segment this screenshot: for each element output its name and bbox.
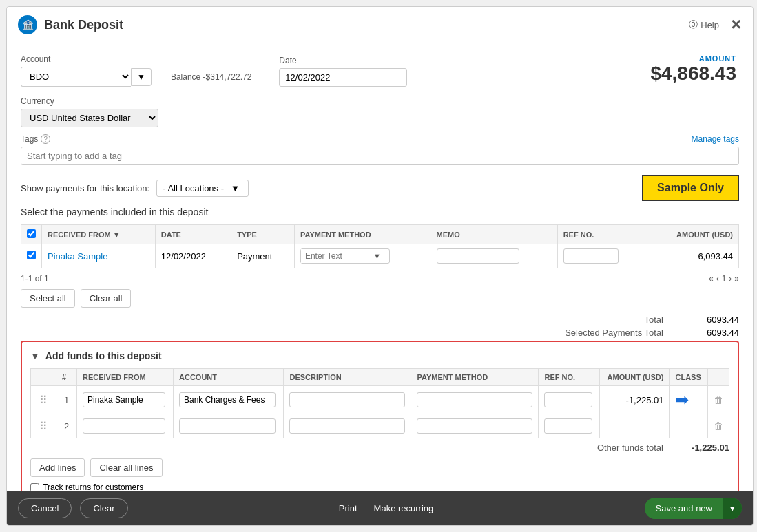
funds-row1-received-from-input[interactable] bbox=[83, 392, 165, 407]
payment-method-dropdown-icon[interactable]: ▼ bbox=[370, 250, 384, 262]
currency-select-wrapper: USD United States Dollar bbox=[21, 109, 739, 127]
currency-select[interactable]: USD United States Dollar bbox=[21, 109, 158, 127]
pagination-row: 1-1 of 1 « ‹ 1 › » bbox=[21, 274, 739, 284]
funds-row2-delete-btn[interactable]: 🗑 bbox=[714, 421, 723, 432]
date-input[interactable] bbox=[279, 68, 407, 87]
location-select[interactable]: - All Locations - ▼ bbox=[156, 180, 249, 197]
funds-row2-description bbox=[284, 414, 411, 438]
make-recurring-button[interactable]: Make recurring bbox=[374, 503, 434, 513]
track-returns-checkbox[interactable] bbox=[30, 483, 39, 491]
pagination-page: 1 bbox=[722, 274, 727, 284]
funds-row1-received-from bbox=[77, 386, 174, 414]
total-value: 6093.44 bbox=[684, 315, 739, 325]
footer-middle: Print Make recurring bbox=[136, 503, 636, 513]
payments-row-checkbox[interactable] bbox=[27, 251, 36, 259]
other-funds-total: Other funds total -1,225.01 bbox=[597, 443, 729, 453]
add-funds-section: ▼ Add funds to this deposit # RECEIVED F… bbox=[21, 341, 739, 491]
selected-total-value: 6093.44 bbox=[684, 328, 739, 338]
drag-handle-icon[interactable]: ⠿ bbox=[37, 421, 50, 432]
memo-input[interactable] bbox=[437, 248, 519, 264]
funds-row2-received-from-input[interactable] bbox=[83, 418, 165, 434]
account-select[interactable]: BDO bbox=[21, 67, 131, 87]
tags-input[interactable] bbox=[21, 147, 739, 165]
tags-text: Tags bbox=[21, 134, 38, 144]
tags-info-icon[interactable]: ? bbox=[41, 134, 50, 144]
track-returns-row: Track returns for customers bbox=[30, 482, 729, 491]
payments-th-ref-no: REF NO. bbox=[557, 225, 647, 244]
funds-th-num: # bbox=[56, 369, 77, 386]
location-row: Show payments for this location: - All L… bbox=[21, 175, 739, 201]
pagination-prev[interactable]: ‹ bbox=[716, 274, 719, 284]
add-lines-row: Add lines Clear all lines bbox=[30, 458, 729, 477]
save-and-new-button[interactable]: Save and new bbox=[645, 498, 723, 519]
funds-row2-description-input[interactable] bbox=[289, 418, 405, 434]
blue-arrow-icon: ➡ bbox=[675, 390, 689, 409]
funds-row2-ref-no bbox=[539, 414, 600, 438]
clear-all-lines-button[interactable]: Clear all lines bbox=[90, 458, 162, 477]
funds-row1-description bbox=[284, 386, 411, 414]
funds-row2-payment-method-input[interactable] bbox=[417, 418, 532, 434]
funds-row1-delete-btn[interactable]: 🗑 bbox=[714, 394, 723, 405]
payments-th-received-from: RECEIVED FROM ▼ bbox=[42, 225, 156, 244]
funds-row2-drag: ⠿ bbox=[31, 414, 56, 438]
help-button[interactable]: ⓪ Help bbox=[689, 19, 719, 31]
payments-title: Select the payments included in this dep… bbox=[21, 206, 739, 217]
funds-row1-ref-no-input[interactable] bbox=[544, 392, 592, 407]
funds-th-description: DESCRIPTION bbox=[284, 369, 411, 386]
funds-row1-account-input[interactable] bbox=[179, 392, 276, 407]
funds-row2-delete: 🗑 bbox=[708, 414, 729, 438]
funds-row1-account bbox=[174, 386, 284, 414]
pagination-last[interactable]: » bbox=[734, 274, 739, 284]
modal-body: AMOUNT $4,868.43 Account BDO ▼ Balance -… bbox=[7, 43, 753, 491]
table-row: ⠿ 1 bbox=[31, 386, 729, 414]
clear-button[interactable]: Clear bbox=[80, 498, 127, 518]
clear-all-button[interactable]: Clear all bbox=[81, 289, 132, 308]
modal-footer: Cancel Clear Print Make recurring Save a… bbox=[7, 491, 753, 525]
location-dropdown-icon: ▼ bbox=[231, 183, 240, 193]
other-funds-total-row: Other funds total -1,225.01 bbox=[30, 443, 729, 453]
selected-total-row: Selected Payments Total 6093.44 bbox=[21, 328, 739, 338]
funds-th-drag bbox=[31, 369, 56, 386]
account-label: Account bbox=[21, 54, 152, 64]
add-lines-button[interactable]: Add lines bbox=[30, 458, 85, 477]
drag-handle-icon[interactable]: ⠿ bbox=[37, 394, 50, 406]
funds-row1-payment-method-input[interactable] bbox=[417, 392, 532, 407]
ref-input[interactable] bbox=[563, 248, 619, 264]
currency-label: Currency bbox=[21, 96, 739, 106]
payments-table-header: RECEIVED FROM ▼ DATE TYPE PAYMENT METHOD… bbox=[21, 225, 739, 244]
funds-row2-account-input[interactable] bbox=[179, 418, 276, 434]
cancel-button[interactable]: Cancel bbox=[18, 498, 72, 518]
manage-tags-link[interactable]: Manage tags bbox=[692, 134, 739, 144]
table-row: Pinaka Sample 12/02/2022 Payment ▼ bbox=[21, 244, 739, 268]
payments-row-received-from-link[interactable]: Pinaka Sample bbox=[48, 251, 107, 262]
funds-row2-payment-method bbox=[411, 414, 539, 438]
funds-row2-class bbox=[670, 414, 708, 438]
select-clear-row: Select all Clear all bbox=[21, 289, 739, 308]
payments-row-ref-no bbox=[557, 244, 647, 268]
help-circle-icon: ⓪ bbox=[689, 19, 698, 31]
funds-table: # RECEIVED FROM ACCOUNT DESCRIPTION PAYM… bbox=[30, 368, 729, 438]
payments-th-type: TYPE bbox=[231, 225, 295, 244]
add-funds-collapse-icon[interactable]: ▼ bbox=[30, 350, 40, 361]
close-button[interactable]: ✕ bbox=[730, 17, 742, 33]
save-dropdown-button[interactable]: ▾ bbox=[723, 498, 742, 519]
print-button[interactable]: Print bbox=[339, 503, 357, 513]
funds-row1-class: ➡ bbox=[670, 386, 708, 414]
other-funds-label: Other funds total bbox=[597, 443, 663, 453]
funds-row1-description-input[interactable] bbox=[289, 392, 405, 407]
payments-select-all-checkbox[interactable] bbox=[27, 229, 36, 238]
select-all-button[interactable]: Select all bbox=[21, 289, 75, 308]
payments-table: RECEIVED FROM ▼ DATE TYPE PAYMENT METHOD… bbox=[21, 224, 739, 268]
date-group: Date bbox=[279, 56, 407, 87]
funds-row2-account bbox=[174, 414, 284, 438]
pagination-first[interactable]: « bbox=[709, 274, 714, 284]
account-select-wrapper: BDO ▼ bbox=[21, 67, 152, 87]
funds-row2-ref-no-input[interactable] bbox=[544, 418, 592, 434]
funds-row1-amount: -1,225.01 bbox=[600, 386, 670, 414]
account-dropdown-btn[interactable]: ▼ bbox=[131, 68, 152, 86]
payments-row-memo bbox=[431, 244, 557, 268]
payment-method-input[interactable] bbox=[301, 249, 370, 263]
funds-row2-num: 2 bbox=[56, 414, 77, 438]
pagination-next[interactable]: › bbox=[729, 274, 732, 284]
sample-only-badge: Sample Only bbox=[642, 175, 739, 201]
